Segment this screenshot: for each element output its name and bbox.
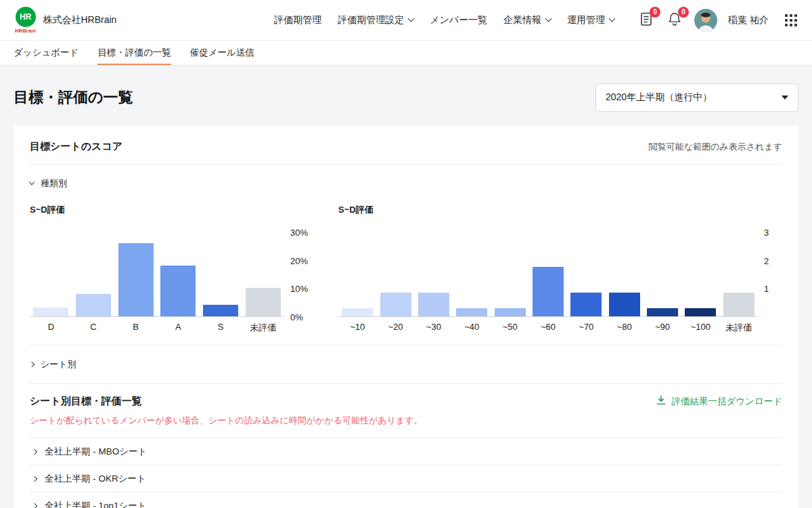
chart-category-label: ~70 (567, 322, 605, 334)
score-card-note: 閲覧可能な範囲のみ表示されます (649, 141, 782, 153)
chart-bar (495, 308, 526, 316)
subnav-item[interactable]: ダッシュボード (14, 41, 78, 65)
chart-category-label: ~100 (681, 322, 719, 334)
chevron-down-icon (408, 16, 415, 22)
chart-category-label: A (157, 322, 200, 334)
chart-bar (203, 305, 238, 316)
sheet-row[interactable]: 全社上半期 - 1on1シート (30, 492, 782, 508)
chart-category-label: B (114, 322, 157, 334)
chart-bar (160, 266, 196, 316)
sheet-rows: 全社上半期 - MBOシート全社上半期 - OKRシート全社上半期 - 1on1… (30, 438, 782, 508)
chevron-down-icon (609, 16, 616, 22)
chart-bar (685, 308, 716, 316)
chart-category-label: ~20 (376, 322, 414, 334)
chart-y-axis: 123 (758, 232, 782, 317)
chart-ytick-label: 3 (764, 228, 769, 238)
chevron-right-icon (29, 362, 35, 367)
chevron-down-icon (545, 16, 552, 22)
chart-ytick-label: 0% (290, 312, 303, 322)
hrbrain-logo[interactable]: HR HRBrain (15, 7, 36, 34)
period-select-value: 2020年上半期（進行中） (606, 91, 712, 104)
by-type-toggle[interactable]: 種類別 (30, 175, 782, 192)
page-title: 目標・評価の一覧 (14, 87, 133, 108)
divider (30, 345, 782, 345)
sheet-list-warning: シートが配られているメンバーが多い場合、シートの読み込みに時間がかかる可能性があ… (30, 415, 782, 427)
main-nav-item-label: 評価期管理設定 (338, 14, 404, 26)
main-nav-item[interactable]: 評価期管理設定 (338, 14, 413, 26)
divider (30, 164, 782, 165)
chevron-right-icon (32, 503, 37, 508)
sheet-row-label: 全社上半期 - MBOシート (45, 446, 147, 458)
score-card-title: 目標シートのスコア (30, 140, 122, 153)
chart-category-label: ~50 (491, 322, 528, 334)
chart-plot (338, 232, 758, 317)
chart-ytick-label: 20% (290, 256, 308, 266)
download-label: 評価結果一括ダウンロード (671, 396, 782, 408)
sheet-row[interactable]: 全社上半期 - MBOシート (30, 438, 782, 465)
chart-bar (570, 293, 602, 316)
chart-plot (30, 232, 284, 317)
download-icon (656, 395, 667, 408)
apps-grid-icon[interactable] (785, 14, 797, 26)
hrbrain-logo-word: HRBrain (15, 28, 36, 34)
chart-category-label: ~40 (453, 322, 491, 334)
tasks-badge: 0 (650, 7, 660, 18)
by-sheet-toggle[interactable]: シート別 (30, 356, 782, 373)
chart-bar (418, 293, 449, 316)
subnav: ダッシュボード目標・評価の一覧催促メール送信 (0, 41, 812, 66)
chart-category-label: ~60 (529, 322, 567, 334)
divider (30, 383, 782, 384)
subnav-item[interactable]: 目標・評価の一覧 (97, 41, 171, 65)
chevron-right-icon (32, 448, 37, 454)
main-nav: 評価期管理評価期管理設定メンバー一覧企業情報運用管理 (274, 14, 614, 26)
main-nav-item[interactable]: メンバー一覧 (430, 14, 487, 26)
chart-bar (33, 308, 68, 316)
chevron-right-icon (32, 475, 37, 481)
download-link[interactable]: 評価結果一括ダウンロード (656, 395, 782, 408)
subnav-item[interactable]: 催促メール送信 (190, 41, 254, 65)
page-head: 目標・評価の一覧 2020年上半期（進行中） (0, 66, 812, 125)
hrbrain-logo-mark: HR (16, 7, 36, 27)
period-select[interactable]: 2020年上半期（進行中） (595, 83, 798, 112)
main-nav-item[interactable]: 企業情報 (503, 14, 551, 26)
chart-category-label: 未評価 (720, 322, 758, 334)
bar-chart: S~D評価~10~20~30~40~50~60~70~80~90~100未評価1… (338, 204, 782, 334)
bar-chart: S~D評価DCBAS未評価0%10%20%30% (30, 204, 309, 334)
chart-bar (380, 293, 411, 316)
chart-bar (609, 293, 640, 316)
tasks-button[interactable]: 0 (637, 12, 655, 29)
chart-category-label: S (200, 322, 242, 334)
chart-category-label: ~30 (415, 322, 453, 334)
chart-category-label: ~10 (338, 322, 376, 334)
chart-bar (118, 243, 154, 316)
chart-y-axis: 0%10%20%30% (284, 232, 309, 317)
chart-bar (456, 308, 487, 316)
sheet-row[interactable]: 全社上半期 - OKRシート (30, 465, 782, 492)
main-nav-item-label: 評価期管理 (274, 14, 321, 26)
chart-category-label: 未評価 (242, 322, 284, 334)
chart-bar (76, 294, 111, 316)
chart-title: S~D評価 (30, 204, 309, 216)
main-nav-item-label: 運用管理 (567, 14, 605, 26)
notifications-badge: 0 (678, 7, 689, 18)
by-sheet-label: シート別 (41, 358, 76, 371)
charts-area: S~D評価DCBAS未評価0%10%20%30%S~D評価~10~20~30~4… (30, 204, 782, 334)
chart-category-label: C (72, 322, 115, 334)
user-name: 稲葉 祐介 (728, 14, 769, 26)
chart-ytick-label: 10% (290, 284, 308, 294)
notifications-button[interactable]: 0 (666, 12, 683, 29)
main-nav-item[interactable]: 評価期管理 (274, 14, 321, 26)
chart-ytick-label: 1 (764, 284, 769, 294)
chart-category-label: ~80 (606, 322, 644, 334)
chart-title: S~D評価 (338, 204, 782, 216)
chart-bar (533, 267, 564, 316)
main-nav-item[interactable]: 運用管理 (567, 14, 614, 26)
main-nav-item-label: 企業情報 (503, 14, 541, 26)
score-card: 目標シートのスコア 閲覧可能な範囲のみ表示されます 種類別 S~D評価DCBAS… (14, 125, 798, 508)
chart-bar (246, 288, 281, 316)
chart-bar (723, 293, 754, 316)
avatar-photo (694, 9, 717, 32)
avatar[interactable] (694, 9, 717, 32)
chart-ytick-label: 30% (290, 228, 308, 238)
app-header: HR HRBrain 株式会社HRBrain 評価期管理評価期管理設定メンバー一… (0, 0, 812, 41)
